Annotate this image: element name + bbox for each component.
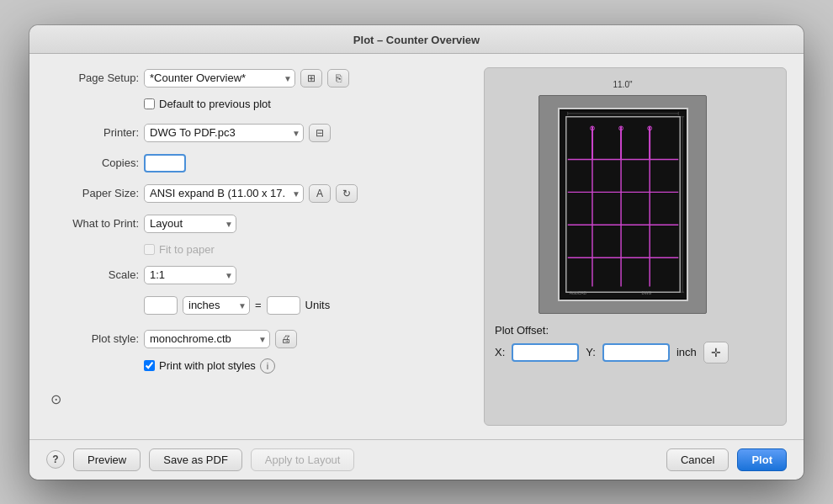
fit-to-paper-row: Fit to paper [144,243,467,256]
properties-icon: ⊟ [316,127,324,139]
units-row: 1 inches ▼ = 1 Units [144,294,467,316]
scale-unit-input[interactable]: 1 [144,296,178,315]
preview-button[interactable]: Preview [73,448,141,471]
page-setup-label: Page Setup: [46,72,139,84]
save-pdf-button[interactable]: Save as PDF [149,448,242,471]
fit-to-paper-checkbox[interactable] [144,244,155,255]
default-previous-row: Default to previous plot [144,98,467,110]
copies-label: Copies: [46,157,139,169]
width-dimension-label: 11.0" [613,80,632,89]
equals-label: = [255,299,262,311]
apply-layout-button[interactable]: Apply to Layout [251,448,355,471]
preview-container: 11.0" [539,95,707,314]
scale-select-wrapper: 1:1 ▼ [144,266,236,284]
units-label: Units [305,299,331,311]
plot-button[interactable]: Plot [737,448,787,471]
help-button[interactable]: ? [46,450,65,469]
page-setup-row: Page Setup: *Counter Overview* ▼ ⊞ ⎘ [46,67,467,89]
print-styles-row: Print with plot styles i [144,358,467,374]
paper-portrait-button[interactable]: A [309,184,331,203]
plot-style-edit-button[interactable]: 🖨 [275,330,297,348]
page-setup-select-wrapper: *Counter Overview* ▼ [144,69,295,88]
y-label: Y: [586,346,596,358]
drawing-preview-svg: AutoCAD DWG [560,109,687,300]
copies-row: Copies: 1 [46,152,467,174]
paper-size-select-wrapper: ANSI expand B (11.00 x 17.00 i... ▼ [144,184,304,203]
scale-select[interactable]: 1:1 [144,266,236,284]
page-setup-add-button[interactable]: ⊞ [300,69,322,88]
right-panel: 11.0" [484,67,787,426]
inch-label: inch [676,346,697,358]
plot-style-select-wrapper: monochrome.ctb ▼ [144,330,270,348]
printer-label: Printer: [46,126,139,139]
what-to-print-select[interactable]: Layout [144,215,236,233]
plot-style-label: Plot style: [46,332,139,345]
info-icon[interactable]: i [260,358,275,374]
landscape-icon: ↻ [342,188,351,199]
paper-landscape-button[interactable]: ↻ [336,184,358,203]
paper-size-label: Paper Size: [46,187,139,199]
inches-select[interactable]: inches [183,296,250,315]
what-to-print-row: What to Print: Layout ▼ [46,213,467,235]
x-label: X: [495,346,505,358]
inches-select-wrapper: inches ▼ [183,296,250,315]
expand-button[interactable]: ⊙ [46,390,65,409]
printer-properties-button[interactable]: ⊟ [309,124,331,142]
plot-style-select[interactable]: monochrome.ctb [144,330,270,348]
print-styles-checkbox[interactable] [144,360,155,371]
units-input[interactable]: 1 [267,296,300,315]
default-previous-checkbox[interactable] [144,98,155,109]
page-setup-select[interactable]: *Counter Overview* [144,69,295,88]
center-plot-button[interactable]: ✛ [703,342,729,363]
default-previous-label: Default to previous plot [159,98,271,110]
printer-select[interactable]: DWG To PDF.pc3 [144,124,304,142]
scale-label: Scale: [46,268,139,281]
printer-select-wrapper: DWG To PDF.pc3 ▼ [144,124,304,142]
fit-to-paper-label: Fit to paper [159,243,215,256]
scale-row: Scale: 1:1 ▼ [46,264,467,286]
dialog: Plot – Counter Overview Page Setup: *Cou… [29,25,804,480]
y-offset-input[interactable]: 0.000000 [602,343,670,362]
what-to-print-label: What to Print: [46,217,139,230]
preview-paper: AutoCAD DWG [558,108,688,301]
plot-offset-row: X: 0.000000 Y: 0.000000 inch ✛ [495,342,776,363]
svg-rect-0 [560,109,687,298]
plot-offset-section: Plot Offset: X: 0.000000 Y: 0.000000 inc… [495,324,776,363]
what-to-print-select-wrapper: Layout ▼ [144,215,236,233]
dialog-body: Page Setup: *Counter Overview* ▼ ⊞ ⎘ Def… [29,54,804,439]
bottom-bar: ? Preview Save as PDF Apply to Layout Ca… [29,439,804,480]
preview-area: AutoCAD DWG 17.0" [539,95,707,314]
help-icon: ? [52,454,58,465]
printer2-icon: 🖨 [281,333,291,345]
printer-row: Printer: DWG To PDF.pc3 ▼ ⊟ [46,122,467,144]
x-offset-input[interactable]: 0.000000 [512,343,579,362]
copies-input[interactable]: 1 [144,154,186,172]
paper-size-row: Paper Size: ANSI expand B (11.00 x 17.00… [46,183,467,204]
svg-text:AutoCAD: AutoCAD [569,291,586,295]
print-styles-label: Print with plot styles [159,359,256,372]
paper-size-select[interactable]: ANSI expand B (11.00 x 17.00 i... [144,184,304,203]
left-panel: Page Setup: *Counter Overview* ▼ ⊞ ⎘ Def… [46,67,467,426]
title-bar: Plot – Counter Overview [29,25,804,54]
settings-icon: ⎘ [336,72,342,84]
add-icon: ⊞ [307,72,316,84]
expand-icon: ⊙ [50,391,61,407]
cancel-button[interactable]: Cancel [666,448,729,471]
expand-section: ⊙ [46,390,467,409]
dialog-title: Plot – Counter Overview [353,34,480,46]
portrait-icon: A [316,188,323,199]
plot-offset-label: Plot Offset: [495,324,776,337]
page-setup-settings-button[interactable]: ⎘ [327,69,349,88]
svg-text:DWG: DWG [641,291,651,295]
crosshair-icon: ✛ [711,346,721,359]
plot-style-row: Plot style: monochrome.ctb ▼ 🖨 [46,328,467,350]
